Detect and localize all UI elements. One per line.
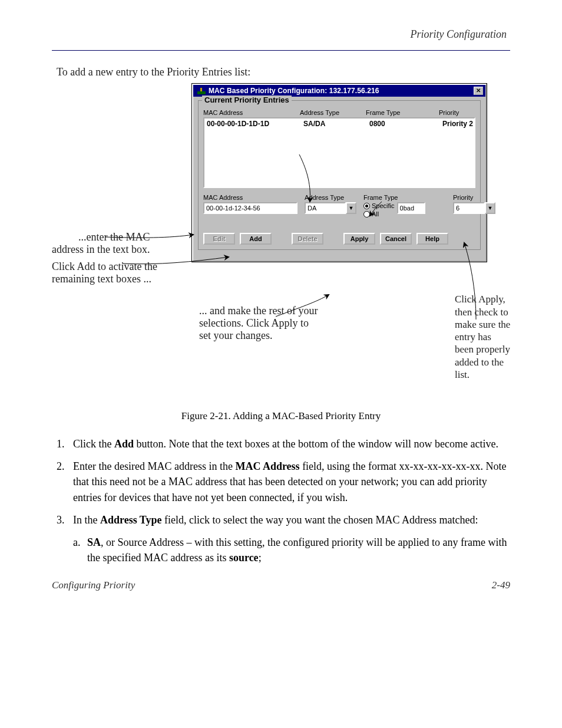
radio-specific-label: Specific bbox=[372, 202, 395, 209]
svg-rect-1 bbox=[200, 88, 202, 91]
edit-button[interactable]: Edit bbox=[203, 233, 235, 245]
step-3a-text: SA, or Source Address – with this settin… bbox=[87, 535, 510, 565]
footer-right: 2-49 bbox=[492, 579, 510, 591]
priority-combo[interactable] bbox=[453, 202, 485, 214]
cell-type: SA/DA bbox=[303, 120, 367, 128]
col-prio: Priority bbox=[439, 109, 486, 116]
entries-groupbox: Current Priority Entries MAC Address Add… bbox=[198, 100, 481, 250]
figure-caption: Figure 2-21. Adding a MAC-Based Priority… bbox=[52, 410, 510, 422]
col-frame: Frame Type bbox=[366, 109, 437, 116]
annotation-add: Click Add to activate the remaining text… bbox=[52, 261, 157, 285]
addrtype-label: Address Type bbox=[305, 194, 356, 201]
step-num: 2. bbox=[57, 459, 73, 505]
priority-label: Priority bbox=[453, 194, 495, 201]
radio-all[interactable]: All bbox=[363, 210, 395, 218]
mac-label: MAC Address bbox=[203, 194, 297, 201]
annotation-apply: ... and make the rest of your selections… bbox=[199, 305, 318, 342]
addrtype-combo[interactable] bbox=[305, 202, 346, 214]
step-3a-num: a. bbox=[73, 535, 87, 565]
step-2-text: Enter the desired MAC address in the MAC… bbox=[73, 459, 510, 505]
priority-dialog: MAC Based Priority Configuration: 132.17… bbox=[192, 84, 487, 262]
step-num: 1. bbox=[57, 436, 73, 452]
cell-prio: Priority 2 bbox=[442, 120, 475, 128]
step-1-text: Click the Add button. Note that the text… bbox=[73, 436, 510, 452]
chevron-down-icon[interactable]: ▼ bbox=[346, 202, 356, 214]
step-num: 3. bbox=[57, 512, 73, 528]
apply-button[interactable]: Apply bbox=[343, 233, 375, 245]
step-3-text: In the Address Type field, click to sele… bbox=[73, 512, 510, 528]
add-button[interactable]: Add bbox=[240, 233, 272, 245]
mac-input[interactable] bbox=[203, 202, 297, 214]
radio-specific[interactable]: Specific bbox=[363, 202, 395, 209]
header-rule bbox=[52, 50, 510, 51]
cell-frame: 0800 bbox=[369, 120, 440, 128]
footer-left: Configuring Priority bbox=[52, 579, 135, 591]
dialog-title: MAC Based Priority Configuration: 132.17… bbox=[209, 87, 474, 95]
frametype-label: Frame Type bbox=[363, 194, 446, 201]
groupbox-title: Current Priority Entries bbox=[202, 95, 292, 104]
entries-listbox[interactable]: 00-00-00-1D-1D-1D SA/DA 0800 Priority 2 bbox=[203, 117, 475, 188]
cancel-button[interactable]: Cancel bbox=[380, 233, 412, 245]
page-section-header: Priority Configuration bbox=[52, 28, 507, 41]
list-item[interactable]: 00-00-00-1D-1D-1D SA/DA 0800 Priority 2 bbox=[207, 120, 472, 128]
cell-mac: 00-00-00-1D-1D-1D bbox=[207, 120, 301, 128]
help-button[interactable]: Help bbox=[416, 233, 448, 245]
list-header: MAC Address Address Type Frame Type Prio… bbox=[203, 109, 475, 116]
close-icon[interactable]: ✕ bbox=[474, 87, 483, 95]
titlebar: MAC Based Priority Configuration: 132.17… bbox=[193, 85, 485, 97]
button-bar: Edit Add Delete Apply Cancel Help bbox=[203, 233, 475, 245]
svg-rect-0 bbox=[197, 91, 206, 94]
annotation-mac-text: ...enter the MAC address in the text box… bbox=[52, 231, 150, 256]
chevron-down-icon[interactable]: ▼ bbox=[485, 202, 495, 214]
intro-text: To add a new entry to the Priority Entri… bbox=[57, 65, 510, 79]
frametype-input[interactable] bbox=[397, 202, 425, 214]
col-type: Address Type bbox=[300, 109, 363, 116]
app-icon bbox=[197, 87, 206, 95]
delete-button[interactable]: Delete bbox=[292, 233, 323, 245]
annotation-apply-check: Click Apply, then check to make sure the… bbox=[455, 293, 510, 381]
radio-all-label: All bbox=[372, 210, 379, 218]
col-mac: MAC Address bbox=[203, 109, 297, 116]
